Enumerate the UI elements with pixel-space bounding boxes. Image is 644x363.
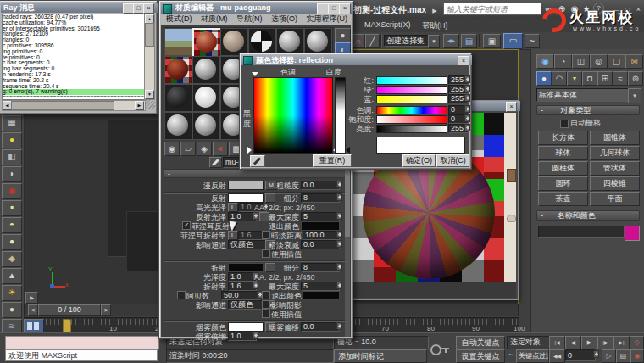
- reset-button[interactable]: 重置(R): [313, 154, 352, 167]
- render-window-close-button[interactable]: ×: [506, 102, 517, 112]
- selection-set-arrow-icon[interactable]: ▼: [428, 35, 440, 48]
- roughness-field[interactable]: 0.0: [301, 181, 340, 190]
- time-slider-handle[interactable]: 0 / 100: [38, 304, 101, 316]
- scroll-right-icon[interactable]: ▶: [135, 101, 144, 110]
- material-slot[interactable]: [164, 112, 192, 140]
- go-to-start-button[interactable]: |◀: [549, 336, 565, 349]
- tab-utilities[interactable]: ⊠: [625, 54, 643, 69]
- saturation-slider[interactable]: [376, 115, 447, 124]
- menu-item-help[interactable]: 帮助(H): [422, 20, 448, 31]
- menu-navigation[interactable]: 导航(N): [236, 14, 263, 23]
- tab-create[interactable]: ◉: [536, 54, 554, 69]
- menu-mode[interactable]: 模式(D): [166, 14, 192, 23]
- object-color-swatch[interactable]: [625, 226, 640, 241]
- scene-explorer-toggle-icon[interactable]: ▭: [503, 33, 523, 49]
- fog-bias-field[interactable]: 0.0: [301, 322, 340, 332]
- sun-icon[interactable]: ☀: [2, 285, 22, 301]
- abbe-field[interactable]: 50.0: [221, 291, 260, 300]
- refl-exit-color-swatch[interactable]: [301, 221, 340, 231]
- dim-distance-field[interactable]: 100.0: [303, 231, 340, 240]
- red-slider[interactable]: [376, 76, 447, 85]
- refr-exit-color-swatch[interactable]: [303, 291, 340, 300]
- refl-subdivs-spinner[interactable]: [336, 193, 342, 201]
- primitive-cylinder-button[interactable]: 圆柱体: [538, 161, 588, 176]
- whiteness-marker[interactable]: [346, 147, 350, 154]
- primitive-category-arrow-icon[interactable]: ▼: [628, 88, 641, 103]
- put-material-icon[interactable]: ▱: [180, 142, 196, 156]
- hilight-lock-button[interactable]: L: [228, 203, 238, 212]
- primitive-category-dropdown[interactable]: 标准基本体: [536, 88, 631, 102]
- blue-spinner[interactable]: [464, 94, 470, 102]
- refl-interp-checkbox[interactable]: [262, 249, 270, 258]
- subtab-shapes[interactable]: ◠: [552, 71, 567, 86]
- camera-icon[interactable]: ◧: [2, 149, 22, 165]
- params-scroll-thumb[interactable]: [345, 169, 350, 237]
- frame-spinner[interactable]: [593, 350, 599, 358]
- basic-params-rollout-header[interactable]: -: [164, 169, 347, 178]
- subtab-systems[interactable]: ⊚: [628, 71, 643, 86]
- green-spinner[interactable]: [464, 85, 470, 92]
- refr-maxdepth-field[interactable]: 5: [301, 282, 340, 291]
- prev-frame-button[interactable]: ◀|: [565, 336, 581, 349]
- get-material-icon[interactable]: ◉: [164, 142, 180, 156]
- object-type-rollout-header[interactable]: - 对象类型: [536, 105, 640, 115]
- sample-type-icon[interactable]: ●: [335, 28, 351, 42]
- menu-options[interactable]: 选项(O): [271, 14, 297, 23]
- hue-spinner[interactable]: [464, 105, 470, 113]
- dim-falloff-field[interactable]: 0.0: [301, 240, 340, 249]
- cancel-button[interactable]: 取消(C): [436, 154, 469, 167]
- dim-falloff-spinner[interactable]: [336, 240, 342, 248]
- angle-snap-icon[interactable]: ╱: [365, 34, 380, 48]
- tab-modify[interactable]: ◔: [554, 54, 572, 69]
- tab-display[interactable]: ▢: [608, 54, 625, 69]
- hue-slider[interactable]: [376, 106, 447, 114]
- pick-material-eyedropper[interactable]: [209, 157, 222, 168]
- value-slider[interactable]: [376, 125, 447, 133]
- play-button[interactable]: ▶: [581, 336, 597, 349]
- set-key-button[interactable]: 设置关键点: [456, 349, 505, 363]
- moon-icon[interactable]: ◗: [2, 166, 22, 182]
- refl-subdivs-field[interactable]: 8: [301, 193, 340, 203]
- rect-light-icon[interactable]: ▪: [2, 200, 22, 216]
- blackness-marker-left[interactable]: [247, 147, 252, 154]
- subtab-lights[interactable]: ▼: [567, 71, 582, 86]
- primitive-geosphere-button[interactable]: 几何球体: [590, 146, 640, 160]
- material-slot[interactable]: [192, 112, 220, 140]
- fresnel-checkbox[interactable]: ✓: [182, 221, 191, 230]
- selected-filter-dropdown[interactable]: 选定对象: [507, 336, 552, 349]
- time-marker[interactable]: [63, 319, 71, 332]
- title-flyout-icon[interactable]: ▶: [430, 4, 439, 17]
- add-time-tag-button[interactable]: 添加时间标记: [334, 349, 427, 363]
- material-slot-active[interactable]: [192, 28, 222, 58]
- subtab-helpers[interactable]: ⊞: [597, 71, 613, 86]
- primitive-cone-button[interactable]: 圆锥体: [590, 131, 640, 145]
- subtab-spacewarps[interactable]: ≈: [613, 71, 628, 86]
- time-slider-next[interactable]: >: [101, 304, 111, 316]
- sphere-light-icon[interactable]: ●: [2, 302, 22, 318]
- key-lock-icon[interactable]: [429, 338, 451, 359]
- time-slider-prev[interactable]: <: [28, 304, 38, 316]
- primitive-box-button[interactable]: 长方体: [538, 131, 588, 145]
- refr-maxdepth-spinner[interactable]: [336, 282, 342, 289]
- orbit-icon[interactable]: ◉: [630, 349, 644, 363]
- abbe-checkbox[interactable]: [177, 291, 186, 299]
- material-slot[interactable]: [192, 56, 220, 84]
- red-spinner[interactable]: [464, 75, 470, 83]
- refl-maxdepth-field[interactable]: 5: [301, 212, 340, 221]
- dome-light-icon[interactable]: ◓: [2, 217, 22, 233]
- fog-mult-spinner[interactable]: [253, 332, 258, 339]
- subtab-cameras[interactable]: ◘: [582, 71, 597, 86]
- message-log[interactable]: haded rays: 260328 (0.47 per pixel) cach…: [2, 14, 145, 100]
- reset-material-icon[interactable]: ×: [213, 142, 228, 156]
- ok-button[interactable]: 确定(O): [402, 154, 436, 167]
- green-slider[interactable]: [376, 86, 447, 94]
- maxscript-mini-listener-white[interactable]: 欢迎使用 MAXScript: [5, 349, 158, 361]
- menu-material[interactable]: 材质(M): [201, 14, 228, 23]
- cone-icon[interactable]: ▲: [2, 268, 22, 284]
- mirror-icon[interactable]: ◀▶: [443, 34, 459, 48]
- auto-key-button[interactable]: 自动关键点: [456, 336, 505, 349]
- blue-slider[interactable]: [376, 95, 447, 103]
- value-spinner[interactable]: [464, 124, 470, 131]
- object-name-field[interactable]: [538, 226, 625, 238]
- go-to-end-button[interactable]: ▶|: [613, 336, 630, 349]
